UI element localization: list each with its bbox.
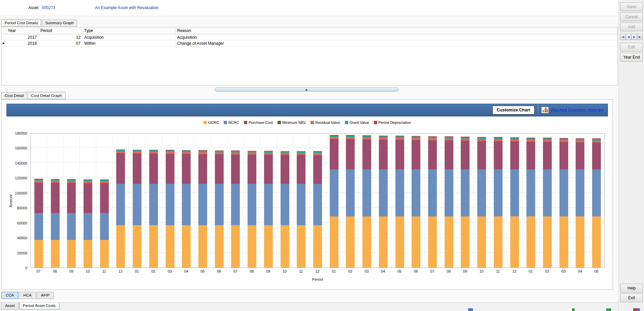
bar-segment-ncrc xyxy=(346,169,355,216)
bar-slot xyxy=(63,134,80,268)
x-tick-label: 05 xyxy=(391,269,408,273)
asset-number[interactable]: 000273 xyxy=(42,5,55,10)
cell-period: 12 xyxy=(39,34,83,40)
previous-record-button[interactable]: ◀ xyxy=(626,34,631,40)
stacked-bar xyxy=(412,136,420,268)
save-button[interactable]: Save xyxy=(620,2,643,11)
stacked-bar xyxy=(116,149,125,268)
stacked-columns-diagram-link[interactable]: Stacked Columns diagram xyxy=(551,108,604,112)
x-tick-label: 08 xyxy=(441,269,457,273)
add-button[interactable]: Add xyxy=(620,23,643,31)
x-tick-label: 11 xyxy=(96,269,112,273)
bar-segment-gcrc xyxy=(100,240,109,268)
bar-segment-ncrc xyxy=(477,169,486,216)
stacked-bar xyxy=(248,151,256,268)
legend-item: Purchase Cost xyxy=(244,120,273,125)
x-tick-label: 01 xyxy=(129,269,145,273)
table-row-selected[interactable]: ▶ 2018 07 Within Change of Asset Manager xyxy=(2,40,617,46)
exit-button[interactable]: Exit xyxy=(620,293,643,302)
last-record-button[interactable]: ▶| xyxy=(637,34,643,40)
bar-slot xyxy=(408,134,424,268)
cell-type: Within xyxy=(83,40,175,46)
bar-segment-purchase-cost xyxy=(248,154,256,184)
legend-label: Grant Value xyxy=(350,120,369,125)
tab-cca[interactable]: CCA xyxy=(1,292,18,299)
taskbar-icon-fragment[interactable] xyxy=(633,308,640,311)
bar-segment-purchase-cost xyxy=(379,140,388,169)
legend-item: GCRC xyxy=(203,120,219,125)
row-selector-arrow-icon: ▶ xyxy=(2,40,6,46)
stacked-bar xyxy=(330,135,339,268)
bar-segment-purchase-cost xyxy=(84,183,92,213)
stacked-bar xyxy=(576,138,584,268)
bar-segment-purchase-cost xyxy=(116,153,125,184)
stacked-bar xyxy=(281,151,289,268)
horizontal-splitter[interactable] xyxy=(215,88,398,92)
help-button[interactable]: Help xyxy=(620,284,643,292)
x-tick-label: 12 xyxy=(112,269,129,273)
bar-segment-purchase-cost xyxy=(313,155,322,184)
bar-slot xyxy=(507,134,523,268)
y-tick-label: 80000 xyxy=(17,206,27,210)
tab-afip[interactable]: AFIP xyxy=(37,292,54,299)
bar-segment-purchase-cost xyxy=(182,154,191,184)
cell-type: Acquisition xyxy=(83,34,175,40)
taskbar-icon-fragment[interactable] xyxy=(468,308,473,311)
stacked-bar xyxy=(133,150,141,268)
stacked-bar xyxy=(264,151,273,268)
x-tick-label: 01 xyxy=(522,269,539,273)
legend-swatch xyxy=(311,121,314,124)
bar-slot xyxy=(178,134,195,268)
bar-slot xyxy=(80,134,96,268)
column-header-year[interactable]: Year xyxy=(6,27,39,34)
legend-label: GCRC xyxy=(208,120,219,125)
bar-segment-ncrc xyxy=(34,213,43,240)
bar-slot xyxy=(326,134,343,268)
stacked-bar xyxy=(231,150,240,268)
bar-segment-gcrc xyxy=(576,216,584,268)
bar-segment-ncrc xyxy=(576,169,584,216)
table-row[interactable]: 2017 12 Acquisition Acquisition xyxy=(2,34,617,40)
collapse-up-arrow-icon xyxy=(305,89,308,91)
cell-year: 2018 xyxy=(6,40,39,46)
column-header-type[interactable]: Type xyxy=(83,27,175,34)
bar-slot xyxy=(47,134,64,268)
legend-swatch xyxy=(345,121,348,124)
taskbar-icon-fragment[interactable] xyxy=(569,308,575,311)
tab-period-cost-details[interactable]: Period Cost Details xyxy=(1,19,41,27)
stacked-columns-icon[interactable] xyxy=(541,107,549,113)
bar-segment-ncrc xyxy=(362,169,371,216)
bar-segment-gcrc xyxy=(51,240,60,268)
next-record-button[interactable]: ▶ xyxy=(632,34,637,40)
legend-label: Residual Value xyxy=(315,120,340,125)
stacked-bar xyxy=(543,138,552,268)
x-tick-label: 02 xyxy=(342,269,359,273)
bar-segment-purchase-cost xyxy=(231,154,240,184)
bar-segment-gcrc xyxy=(379,216,388,268)
x-axis-title: Period xyxy=(30,277,605,281)
customize-chart-button[interactable]: Customize Chart xyxy=(492,106,535,114)
tab-asset[interactable]: Asset xyxy=(1,303,19,309)
cancel-button[interactable]: Cancel xyxy=(620,12,643,21)
bar-segment-gcrc xyxy=(198,225,207,268)
bar-slot xyxy=(441,134,457,268)
column-header-reason[interactable]: Reason xyxy=(175,27,617,34)
taskbar-icon-fragment[interactable] xyxy=(606,308,611,311)
legend-item: Period Depreciation xyxy=(374,120,411,125)
column-header-period[interactable]: Period xyxy=(39,27,83,34)
stacked-bar xyxy=(346,135,355,268)
tab-hca[interactable]: HCA xyxy=(19,292,36,299)
stacked-bar xyxy=(510,137,519,268)
y-tick-label: 180000 xyxy=(15,131,27,135)
bar-segment-purchase-cost xyxy=(445,140,453,169)
cell-reason: Change of Asset Manager xyxy=(175,40,617,46)
tab-cost-detail[interactable]: Cost Detail xyxy=(1,92,27,99)
year-end-button[interactable]: Year End xyxy=(620,53,643,62)
stacked-bar xyxy=(182,150,191,268)
tab-summary-graph[interactable]: Summary Graph xyxy=(42,20,77,27)
tab-period-asset-costs[interactable]: Period Asset Costs xyxy=(19,303,59,309)
tab-cost-detail-graph[interactable]: Cost Detail Graph xyxy=(28,92,65,99)
y-tick-label: 40000 xyxy=(17,236,27,240)
first-record-button[interactable]: |◀ xyxy=(620,34,625,40)
edit-button[interactable]: Edit xyxy=(620,43,643,51)
